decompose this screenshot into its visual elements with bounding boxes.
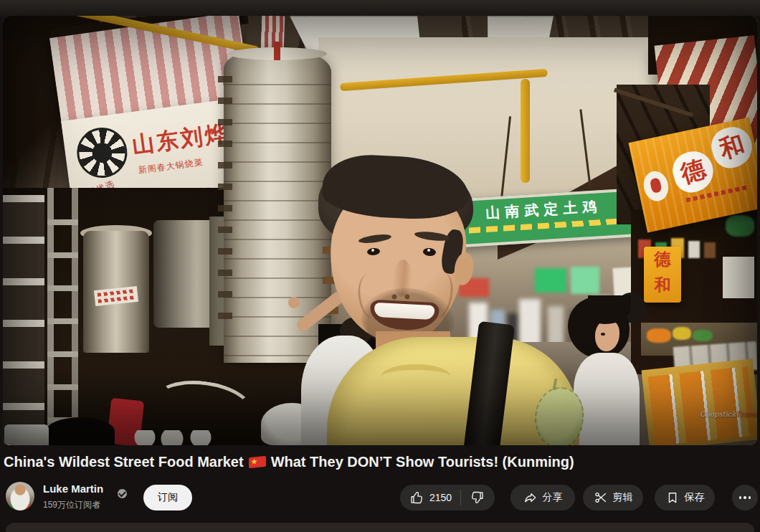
thumb-down-icon <box>470 490 484 505</box>
wok <box>46 417 115 445</box>
tshirt-collar <box>381 364 450 389</box>
china-flag-icon <box>249 455 266 468</box>
youtube-watch-page: 山南武定土鸡 德 和 <box>0 0 760 532</box>
left-sign-title: 山东刘烨 <box>130 118 231 161</box>
like-count: 2150 <box>429 492 452 503</box>
plate-stack <box>4 424 49 445</box>
clip-button[interactable]: 剪辑 <box>583 485 643 510</box>
orange-sign-char1: 德 <box>668 146 718 196</box>
helper-hand <box>288 297 300 308</box>
produce-orange <box>647 328 671 343</box>
shop-logo-oval <box>641 169 671 204</box>
like-dislike-pill: 2150 <box>400 485 495 510</box>
more-actions-button[interactable] <box>732 485 758 510</box>
save-label: 保存 <box>685 491 705 504</box>
shop-menu-board <box>723 257 754 298</box>
white-hose <box>151 375 257 439</box>
save-button[interactable]: 保存 <box>655 485 715 510</box>
video-title-part1: China's Wildest Street Food Market <box>4 454 244 470</box>
video-player[interactable]: 山南武定土鸡 德 和 <box>3 16 757 445</box>
channel-name[interactable]: Luke Martin <box>43 483 103 495</box>
video-title-part2: What They DON’T Show Tourists! (Kunming) <box>271 454 574 470</box>
produce-yellow <box>673 327 691 340</box>
distant-neon-sign <box>535 268 566 293</box>
share-icon <box>523 490 538 505</box>
clip-label: 剪辑 <box>613 491 633 504</box>
top-ambient-strip <box>0 0 760 16</box>
subscribe-button[interactable]: 订阅 <box>143 485 192 510</box>
verified-badge-icon <box>118 489 127 498</box>
chimney-handles-left <box>218 76 232 334</box>
produce-green <box>693 330 713 341</box>
chimney-red-clip <box>274 42 280 60</box>
channel-watermark: ChopstickTravel.com <box>700 410 757 418</box>
orange-sign-char2: 和 <box>707 122 757 172</box>
share-label: 分享 <box>543 491 563 504</box>
scissors-icon <box>594 490 608 505</box>
small-hanging-sign: 德 和 <box>644 247 681 303</box>
hanging-sign-char2: 和 <box>644 272 681 298</box>
more-dots-icon <box>739 496 742 499</box>
yellow-gas-pipe-elbow <box>521 79 530 183</box>
white-bowls <box>130 430 217 445</box>
shop-logo-medallion <box>74 125 130 181</box>
girl-white-dress <box>574 353 640 445</box>
hanging-sign-char1: 德 <box>644 247 681 272</box>
video-title: China's Wildest Street Food Market What … <box>4 451 756 472</box>
channel-avatar[interactable] <box>6 482 34 510</box>
stall-counter-front <box>642 358 757 445</box>
ladder-rungs <box>47 192 78 443</box>
left-sign-subtitle: 新阁春大锅烧菜 <box>138 156 204 177</box>
like-button[interactable]: 2150 <box>400 485 460 510</box>
share-button[interactable]: 分享 <box>510 485 575 510</box>
dislike-button[interactable] <box>461 485 493 510</box>
distant-neon-sign <box>571 267 599 294</box>
thumb-up-icon <box>410 490 424 505</box>
description-box[interactable] <box>6 523 754 532</box>
bookmark-icon <box>665 490 680 505</box>
shop-greenery <box>726 215 754 237</box>
subscriber-count: 159万位订阅者 <box>43 499 100 511</box>
white-shelf <box>3 195 44 445</box>
